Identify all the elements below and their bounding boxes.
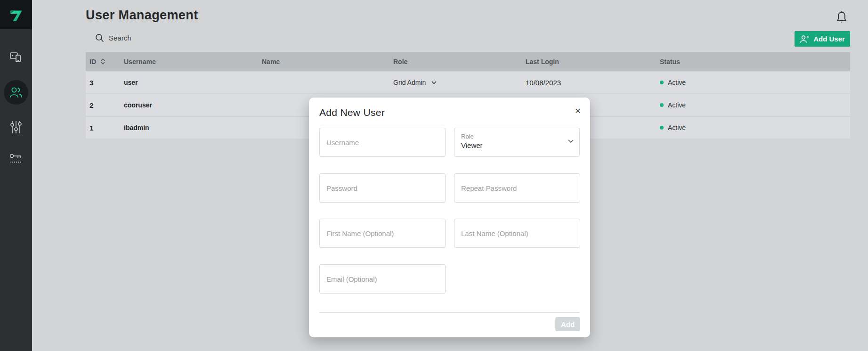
sidebar-item-devices[interactable] — [0, 49, 32, 66]
sort-control[interactable] — [101, 52, 105, 71]
last-name-field[interactable] — [454, 219, 580, 248]
close-button[interactable]: × — [575, 106, 581, 115]
add-new-user-modal: Add New User × Role Viewer Add — [309, 98, 590, 337]
role-dropdown[interactable]: Grid Admin — [393, 79, 437, 86]
table-header: ID Username Name Role Last Login Status — [86, 52, 850, 71]
status-badge: Active — [660, 94, 686, 116]
table-row[interactable]: 3 user Grid Admin 10/08/2023 Active — [86, 72, 850, 93]
key-icon — [8, 153, 24, 165]
sidebar-item-users[interactable] — [0, 80, 32, 105]
username-field[interactable] — [319, 128, 446, 157]
app-logo[interactable] — [0, 0, 32, 29]
first-name-field[interactable] — [319, 219, 446, 248]
role-select-value: Viewer — [461, 141, 573, 149]
status-dot-icon — [660, 126, 664, 130]
column-header-role: Role — [393, 52, 407, 71]
role-select-label: Role — [461, 133, 573, 140]
column-header-lastlogin: Last Login — [526, 52, 559, 71]
email-field[interactable] — [319, 264, 446, 294]
status-label: Active — [668, 79, 686, 86]
cell-username: ibadmin — [124, 117, 149, 139]
status-dot-icon — [660, 81, 664, 84]
cell-username: cooruser — [124, 94, 152, 116]
modal-divider — [319, 312, 580, 313]
password-field[interactable] — [319, 173, 446, 203]
cell-id: 3 — [89, 72, 93, 93]
search-bar — [95, 33, 212, 42]
column-header-status: Status — [660, 52, 680, 71]
role-value: Grid Admin — [393, 79, 426, 86]
status-label: Active — [668, 101, 686, 109]
add-user-icon — [800, 35, 810, 43]
search-icon — [95, 33, 104, 42]
add-user-label: Add User — [813, 35, 845, 43]
cell-id: 2 — [89, 94, 93, 116]
status-badge: Active — [660, 72, 686, 93]
search-input[interactable] — [109, 34, 212, 42]
sidebar — [0, 0, 32, 351]
active-indicator — [4, 80, 28, 105]
column-header-id[interactable]: ID — [89, 52, 96, 71]
status-dot-icon — [660, 103, 664, 107]
bell-icon — [835, 10, 848, 24]
cell-last-login: 10/08/2023 — [526, 72, 561, 93]
chevron-down-icon — [568, 139, 574, 143]
chevron-down-icon — [431, 81, 437, 84]
notifications-button[interactable] — [835, 10, 849, 25]
users-icon — [9, 86, 23, 98]
logo-icon — [8, 6, 24, 23]
column-header-username: Username — [124, 52, 156, 71]
cell-id: 1 — [89, 117, 93, 139]
modal-title: Add New User — [319, 107, 385, 118]
status-label: Active — [668, 124, 686, 131]
sliders-icon — [9, 120, 23, 134]
page-title: User Management — [86, 8, 198, 23]
close-icon: × — [575, 105, 581, 116]
devices-icon — [9, 51, 23, 64]
sort-icon — [101, 58, 105, 65]
repeat-password-field[interactable] — [454, 173, 580, 203]
add-user-button[interactable]: Add User — [795, 31, 850, 47]
sidebar-item-settings[interactable] — [0, 119, 32, 136]
column-header-name: Name — [262, 52, 280, 71]
status-badge: Active — [660, 117, 686, 139]
cell-username: user — [124, 72, 138, 93]
role-select[interactable]: Role Viewer — [454, 128, 580, 157]
add-submit-button[interactable]: Add — [555, 317, 580, 331]
sidebar-item-access-keys[interactable] — [0, 150, 32, 168]
